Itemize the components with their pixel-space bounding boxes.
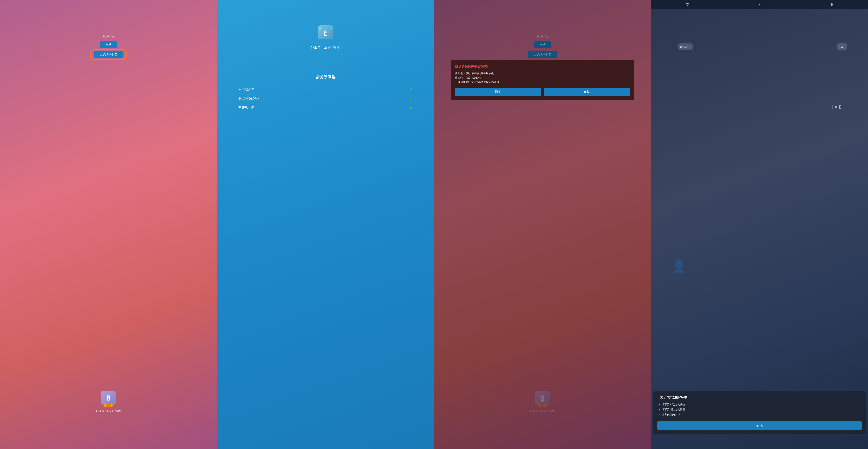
data-network-item: 数据网络已关闭 ✓ (238, 94, 413, 103)
app-header: 🛡 ₿ ⚙ (651, 0, 868, 9)
svg-marker-9 (328, 25, 330, 25)
protection-modal: ℹ 为了保护您的比特币: 请不要卸载比太钱包 请不要清除比太数据 请牢记您的密码… (653, 391, 866, 434)
protect-modal-list: 请不要卸载比太钱包 请不要清除比太数据 请牢记您的密码 (657, 402, 862, 417)
panel-confirm-cold-wallet: 网络错误 重试 切换到冷钱包 确认切换到冷钱包模式? 冷钱包应该运行在离线的备用… (434, 0, 651, 449)
confirm-cold-modal: 确认切换到冷钱包模式? 冷钱包应该运行在离线的备用手机上. 热钱包可以监控冷钱包… (451, 60, 634, 100)
bluetooth-check: ✓ (409, 105, 413, 110)
hot-wallet-label: 热钱包：联机, 易用! (95, 409, 122, 413)
protect-item-1: 请不要卸载比太钱包 (662, 402, 862, 407)
switch-cold-button[interactable]: 切换到冷钱包 (94, 51, 123, 58)
wifi-item: WIFI已关闭 ✓ (238, 85, 413, 94)
wifi-label: WIFI已关闭 (238, 87, 255, 91)
svg-marker-8 (324, 25, 326, 25)
panel2-content: ❄ ❄ ₿ 冷钱包：离线, 安全! 请关闭网络 WIFI已关闭 ✓ 数据网络已关… (217, 0, 434, 113)
data-network-label: 数据网络已关闭 (238, 97, 260, 101)
hot-wallet-bottom: ₿ 热钱包：联机, 易用! (95, 389, 122, 413)
switch-cold-wrapper: 切换到冷钱包 (94, 51, 123, 58)
retry-button[interactable]: 重试 (100, 41, 117, 48)
confirm-modal-area: 确认切换到冷钱包模式? 冷钱包应该运行在离线的备用手机上. 热钱包可以监控冷钱包… (447, 60, 638, 100)
cancel-button[interactable]: 取消 (455, 88, 541, 96)
confirm-modal-title: 确认切换到冷钱包模式? (455, 64, 630, 68)
bluetooth-label: 蓝牙已关闭 (238, 106, 254, 110)
background-illustration: Bitcoin? P2P 👤 I ♥ ₿ (662, 31, 857, 273)
bluetooth-item: 蓝牙已关闭 ✓ (238, 103, 413, 113)
cold-wallet-top: ❄ ❄ ₿ 冷钱包：离线, 安全! (310, 25, 341, 50)
svg-text:₿: ₿ (324, 29, 327, 37)
protect-confirm-button[interactable]: 确认 (657, 421, 862, 430)
panel-protection-notice: 🛡 ₿ ⚙ Bitcoin? P2P 👤 I ♥ ₿ ℹ 为了保护您的比特币: (651, 0, 868, 449)
network-off-section: 请关闭网络 WIFI已关闭 ✓ 数据网络已关闭 ✓ 蓝牙已关闭 ✓ (238, 75, 413, 113)
wifi-check: ✓ (409, 87, 413, 92)
confirm-modal-buttons: 取消 确认 (455, 88, 630, 96)
protect-item-2: 请不要清除比太数据 (662, 407, 862, 412)
i-love-btc-text: I ♥ ₿ (832, 104, 842, 110)
panel-hot-wallet-error: 网络错误 重试 切换到冷钱包 ₿ 热钱包：联机, 易用! (0, 0, 217, 449)
network-error-section: 网络错误 重试 切换到冷钱包 (94, 35, 123, 58)
protect-modal-header: ℹ 为了保护您的比特币: (657, 395, 862, 399)
cold-wallet-label: 冷钱包：离线, 安全! (310, 45, 341, 50)
data-network-check: ✓ (409, 96, 413, 101)
protect-item-3: 请牢记您的密码 (662, 412, 862, 417)
cold-wallet-icon: ❄ ❄ ₿ (317, 25, 334, 42)
confirm-modal-body: 冷钱包应该运行在离线的备用手机上. 热钱包可以监控冷钱包. 一旦切换成冷钱包便不… (455, 71, 630, 85)
svg-point-4 (106, 403, 111, 407)
bitcoin-header-icon: ₿ (759, 3, 761, 7)
svg-text:❄: ❄ (319, 27, 321, 29)
network-error-label: 网络错误 (102, 35, 115, 38)
hot-wallet-icon: ₿ (100, 389, 117, 407)
shield-icon: 🛡 (686, 3, 689, 7)
svg-marker-7 (321, 25, 322, 25)
panel-cold-wallet-setup: ❄ ❄ ₿ 冷钱包：离线, 安全! 请关闭网络 WIFI已关闭 ✓ 数据网络已关… (217, 0, 434, 449)
p2p-speech-bubble: P2P (837, 43, 847, 50)
network-off-title: 请关闭网络 (238, 75, 413, 80)
protect-modal-title: 为了保护您的比特币: (660, 395, 688, 399)
info-icon: ℹ (657, 395, 659, 399)
bitcoin-speech-bubble: Bitcoin? (678, 43, 693, 50)
svg-text:₿: ₿ (107, 394, 110, 402)
svg-text:❄: ❄ (330, 27, 332, 29)
confirm-button[interactable]: 确认 (544, 88, 630, 96)
girl-illustration: 👤 (672, 259, 686, 273)
gear-icon: ⚙ (830, 2, 833, 7)
